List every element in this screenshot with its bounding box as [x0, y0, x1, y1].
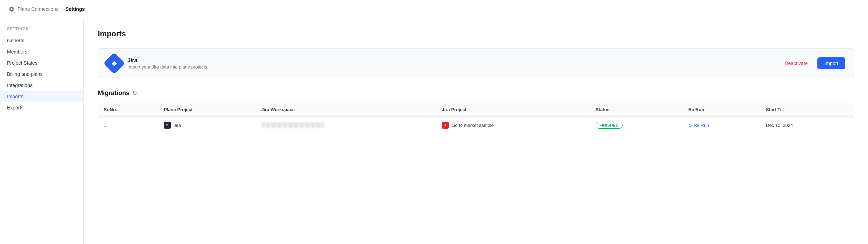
sidebar-item-label-exports: Exports	[7, 105, 23, 110]
breadcrumb-separator: ›	[61, 7, 63, 12]
col-rerun: Re Run	[683, 103, 760, 117]
gear-icon	[8, 6, 15, 12]
rerun-label[interactable]: Re Run	[693, 123, 709, 128]
sidebar-item-imports[interactable]: Imports	[0, 91, 83, 102]
deactivate-button[interactable]: Deactivate	[780, 58, 812, 69]
rerun-icon: ↻	[688, 123, 692, 128]
jira-project-cell: J Go to market sample	[442, 122, 584, 129]
layout: SETTINGS General Members Project States …	[0, 18, 868, 244]
migrations-header: Migrations ↻	[98, 89, 854, 97]
rerun-cell[interactable]: ↻ Re Run	[688, 123, 755, 128]
jira-actions: Deactivate Import	[780, 57, 845, 69]
cell-jira-project: J Go to market sample	[436, 117, 590, 134]
sidebar-item-billing[interactable]: Billing and plans	[0, 69, 83, 80]
svg-point-2	[167, 125, 168, 126]
sidebar-item-general[interactable]: General	[0, 35, 83, 46]
jira-logo-diamond: ◆	[112, 59, 117, 67]
sidebar-item-label-project-states: Project States	[7, 60, 37, 66]
status-badge: FINISHED	[596, 122, 623, 129]
table-header: Sr No. Plane Project Jira Workspace Jira…	[98, 103, 854, 117]
import-button[interactable]: Import	[817, 57, 845, 69]
sidebar-item-label-members: Members	[7, 49, 27, 55]
col-sr-no: Sr No.	[98, 103, 159, 117]
cell-start-time: Dec 10, 2024	[760, 117, 854, 134]
col-plane-project: Plane Project	[158, 103, 256, 117]
sidebar-item-integrations[interactable]: Integrations	[0, 80, 83, 91]
sidebar-item-label-integrations: Integrations	[7, 82, 32, 88]
plane-project-name: Jira	[174, 123, 181, 128]
jira-workspace-blurred	[261, 122, 324, 128]
cell-rerun[interactable]: ↻ Re Run	[683, 117, 760, 134]
col-jira-workspace: Jira Workspace	[256, 103, 436, 117]
col-start-time: Start Ti	[760, 103, 854, 117]
migrations-table: Sr No. Plane Project Jira Workspace Jira…	[98, 102, 854, 134]
sidebar-item-members[interactable]: Members	[0, 46, 83, 57]
jira-name: Jira	[127, 57, 775, 64]
app-name[interactable]: Plane Connections	[17, 6, 59, 12]
plane-project-cell: Jira	[164, 122, 250, 129]
jira-card: ◆ Jira Import your Jira data into plane …	[98, 48, 854, 78]
col-jira-project: Jira Project	[436, 103, 590, 117]
sidebar-item-project-states[interactable]: Project States	[0, 57, 83, 69]
sidebar: SETTINGS General Members Project States …	[0, 18, 84, 244]
cell-status: FINISHED	[590, 117, 683, 134]
current-page-label: Settings	[66, 6, 85, 12]
table-row: 1 Jira	[98, 117, 854, 134]
table-body: 1 Jira	[98, 117, 854, 134]
sidebar-section-label: SETTINGS	[0, 27, 83, 35]
migrations-title: Migrations	[98, 89, 130, 97]
sidebar-item-label-billing: Billing and plans	[7, 71, 43, 77]
refresh-icon[interactable]: ↻	[132, 90, 137, 96]
sidebar-item-label-imports: Imports	[7, 94, 23, 99]
cell-sr-no: 1	[98, 117, 159, 134]
main-content: Imports ◆ Jira Import your Jira data int…	[84, 18, 868, 244]
jira-description: Import your Jira data into plane project…	[127, 64, 775, 70]
jira-logo: ◆	[103, 52, 125, 74]
cell-plane-project: Jira	[158, 117, 256, 134]
jira-project-icon: J	[442, 122, 449, 129]
page-title: Imports	[98, 29, 854, 38]
jira-info: Jira Import your Jira data into plane pr…	[127, 57, 775, 70]
col-status: Status	[590, 103, 683, 117]
topbar: Plane Connections › Settings	[0, 0, 868, 18]
jira-project-name: Go to market sample	[451, 123, 494, 128]
plane-project-icon	[164, 122, 171, 129]
sidebar-item-exports[interactable]: Exports	[0, 102, 83, 113]
cell-jira-workspace	[256, 117, 436, 134]
sidebar-item-label-general: General	[7, 38, 24, 43]
